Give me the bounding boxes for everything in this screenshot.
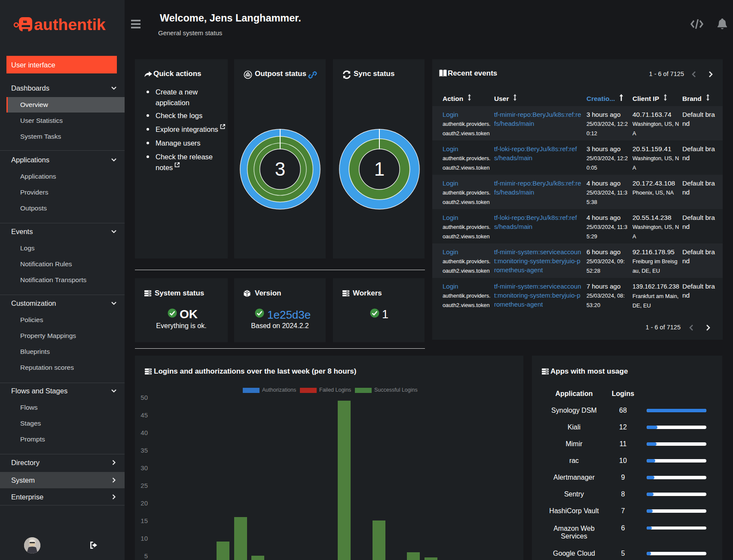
svg-text:authentik: authentik xyxy=(34,15,106,33)
svg-text:3: 3 xyxy=(275,158,285,180)
svg-text:1: 1 xyxy=(374,158,385,180)
